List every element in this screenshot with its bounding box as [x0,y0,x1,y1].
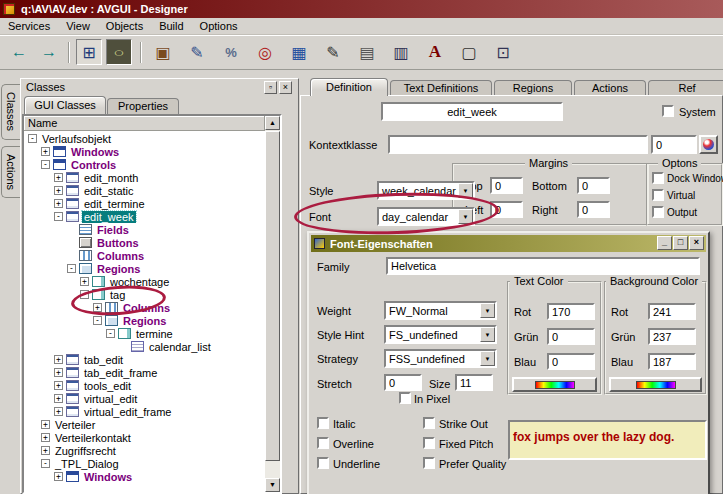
percent-button[interactable]: % [218,39,244,65]
expander-icon[interactable]: + [41,420,50,429]
expander-icon[interactable]: - [41,459,50,468]
tree-item-edit-week[interactable]: -edit_week [24,210,265,223]
tree-item-controls[interactable]: -Controls [24,158,265,171]
text-color-picker-button[interactable] [512,377,597,392]
family-field[interactable] [386,257,700,275]
expander-icon[interactable]: - [67,264,76,273]
tree-item-wochentage[interactable]: +wochentage [24,275,265,288]
bg-blau-field[interactable] [648,353,696,370]
tree-item-termine[interactable]: -termine [24,327,265,340]
copy-button[interactable]: ▥ [388,39,414,65]
tree-item-virtual-edit-frame[interactable]: +virtual_edit_frame [24,405,265,418]
expander-icon[interactable]: + [41,446,50,455]
package-button[interactable]: ▣ [150,39,176,65]
bg-rot-field[interactable] [648,303,696,320]
class-lookup-button[interactable] [699,135,718,154]
class-name-field[interactable] [381,102,563,121]
menu-item-objects[interactable]: Objects [98,19,151,33]
tree-item-verlaufsobjekt[interactable]: -Verlaufsobjekt [24,132,265,145]
expander-icon[interactable]: + [54,407,63,416]
dock-float-button[interactable]: ▫ [264,81,277,94]
tree-item-zugriffsrecht[interactable]: +Zugriffsrecht [24,444,265,457]
expander-icon[interactable]: + [54,472,63,481]
expander-icon[interactable]: + [54,173,63,182]
expander-icon[interactable]: + [54,381,63,390]
chevron-down-icon[interactable]: ▼ [480,351,495,366]
margin-bottom-field[interactable] [577,177,610,194]
tree-item-tag-columns[interactable]: +Columns [24,301,265,314]
tree-item-edit-static[interactable]: +edit_static [24,184,265,197]
menu-item-view[interactable]: View [58,19,98,33]
weight-combo[interactable]: FW_Normal ▼ [384,301,497,320]
tabs-button[interactable]: ⊡ [490,39,516,65]
target-button[interactable]: ◎ [252,39,278,65]
tree-item-windows[interactable]: +Windows [24,145,265,158]
tree-item-tab-edit-frame[interactable]: +tab_edit_frame [24,366,265,379]
size-field[interactable] [455,374,493,391]
tree-item-tools-edit[interactable]: +tools_edit [24,379,265,392]
scrollbar-thumb[interactable] [265,131,280,461]
expander-icon[interactable]: + [41,433,50,442]
strategy-combo[interactable]: FSS_undefined ▼ [384,349,497,368]
font-combo[interactable]: day_calendar ▼ [377,207,475,226]
dialog-minimize-button[interactable]: _ [657,236,672,250]
text-rot-field[interactable] [547,303,595,320]
expander-icon[interactable]: + [54,186,63,195]
name-column-header[interactable]: Name [24,116,265,131]
expander-icon[interactable]: + [54,199,63,208]
tree-item-virtual-edit[interactable]: +virtual_edit [24,392,265,405]
tree-item-edit-termine[interactable]: +edit_termine [24,197,265,210]
tab-text-definitions[interactable]: Text Definitions [390,80,492,96]
expander-icon[interactable]: - [28,134,37,143]
expander-icon[interactable]: + [54,368,63,377]
text-blau-field[interactable] [547,353,595,370]
grid-button[interactable]: ▦ [286,39,312,65]
chevron-down-icon[interactable]: ▼ [480,327,495,342]
text-gruen-field[interactable] [547,328,595,345]
tree-item-tpl-windows[interactable]: +Windows [24,470,265,483]
tree-item-regions[interactable]: -Regions [24,262,265,275]
expander-icon[interactable]: - [41,160,50,169]
tree-item-verteilerkontakt[interactable]: +Verteilerkontakt [24,431,265,444]
expander-icon[interactable]: - [93,316,102,325]
chevron-down-icon[interactable]: ▼ [458,183,473,198]
bg-gruen-field[interactable] [648,328,696,345]
ellipse-tool-button[interactable]: ○ [106,39,132,65]
margin-left-field[interactable] [490,201,523,218]
style-combo[interactable]: week_calendar ▼ [377,181,475,200]
edit-note-button[interactable]: ✎ [184,39,210,65]
expander-icon[interactable]: + [54,394,63,403]
dialog-maximize-button[interactable]: □ [673,236,688,250]
tree-item-calendar-list[interactable]: calendar_list [24,340,265,353]
kontextklasse-field[interactable] [388,135,648,154]
menu-item-services[interactable]: Services [0,19,58,33]
expander-icon[interactable]: + [41,147,50,156]
tree-item-tpl-dialog[interactable]: -_TPL_Dialog [24,457,265,470]
kontext-number-field[interactable] [651,135,697,154]
side-tab-classes[interactable]: Classes [1,84,20,140]
screen-button[interactable]: ▢ [456,39,482,65]
bg-color-picker-button[interactable] [609,377,702,392]
tab-gui-classes[interactable]: GUI Classes [24,96,106,114]
pencil-button[interactable]: ✎ [320,39,346,65]
font-button[interactable]: A [422,39,448,65]
expander-icon[interactable]: + [80,277,89,286]
scroll-up-button[interactable]: ▲ [265,116,280,130]
menu-item-options[interactable]: Options [192,19,246,33]
tab-properties[interactable]: Properties [107,98,179,114]
window-titlebar[interactable]: q:\AV\AV.dev : AVGUI - Designer [0,0,723,18]
margin-top-field[interactable] [490,177,523,194]
tree-item-verteiler[interactable]: +Verteiler [24,418,265,431]
chevron-down-icon[interactable]: ▼ [458,209,473,224]
dialog-close-button[interactable]: × [689,236,704,250]
tab-actions[interactable]: Actions [574,80,646,96]
tab-ref[interactable]: Ref [648,80,723,96]
tree-item-fields[interactable]: Fields [24,223,265,236]
hierarchy-button[interactable]: ⊞ [76,39,102,65]
forward-button[interactable]: → [36,39,62,65]
tab-definition[interactable]: Definition [310,78,388,96]
tab-regions[interactable]: Regions [494,80,572,96]
expander-icon[interactable]: + [93,303,102,312]
scroll-down-button[interactable]: ▼ [265,478,280,492]
tree-item-tag[interactable]: -tag [24,288,265,301]
